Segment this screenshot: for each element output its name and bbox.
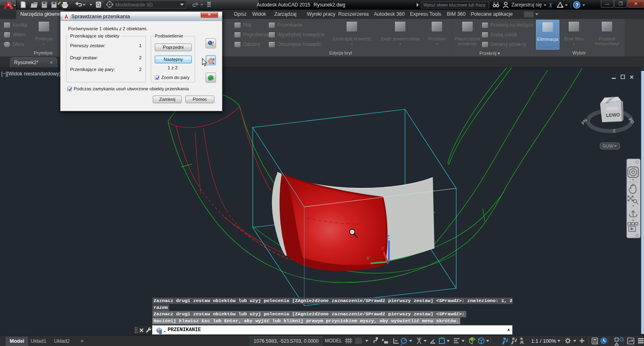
svg-text:GUW: GUW <box>602 144 614 148</box>
svg-text:?: ? <box>575 2 579 8</box>
svg-text:✕: ✕ <box>629 74 634 80</box>
svg-text:Y: Y <box>366 255 370 261</box>
svg-text:Z: Z <box>386 234 390 240</box>
svg-text:X: X <box>548 2 553 8</box>
svg-text:1:1 / 100%: 1:1 / 100% <box>531 338 557 344</box>
svg-text:X: X <box>381 245 384 251</box>
svg-text:LEWO: LEWO <box>606 112 620 118</box>
svg-text:Modelowanie 3D: Modelowanie 3D <box>115 2 153 8</box>
svg-text:±: ± <box>212 40 214 44</box>
